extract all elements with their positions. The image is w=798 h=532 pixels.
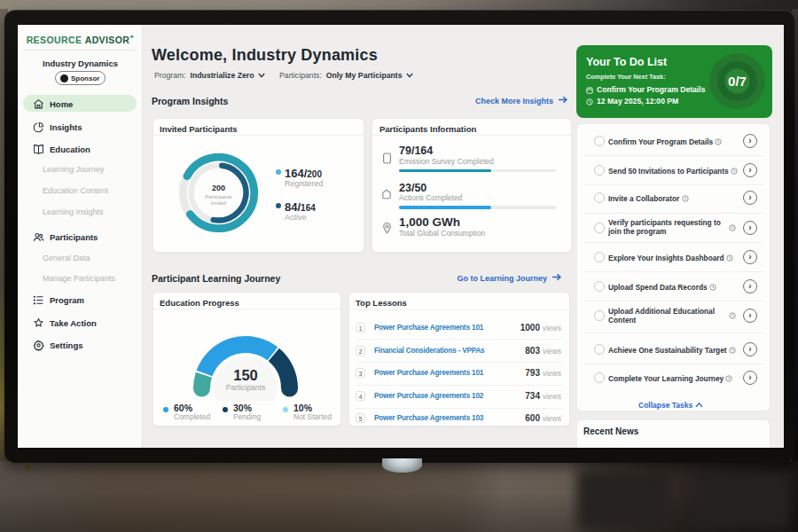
svg-text:Invited: Invited — [211, 200, 226, 206]
svg-text:200: 200 — [212, 184, 225, 192]
svg-text:150: 150 — [233, 367, 258, 383]
svg-text:Participants: Participants — [226, 383, 265, 392]
svg-text:0/7: 0/7 — [728, 74, 747, 89]
svg-text:Participants: Participants — [205, 194, 231, 200]
